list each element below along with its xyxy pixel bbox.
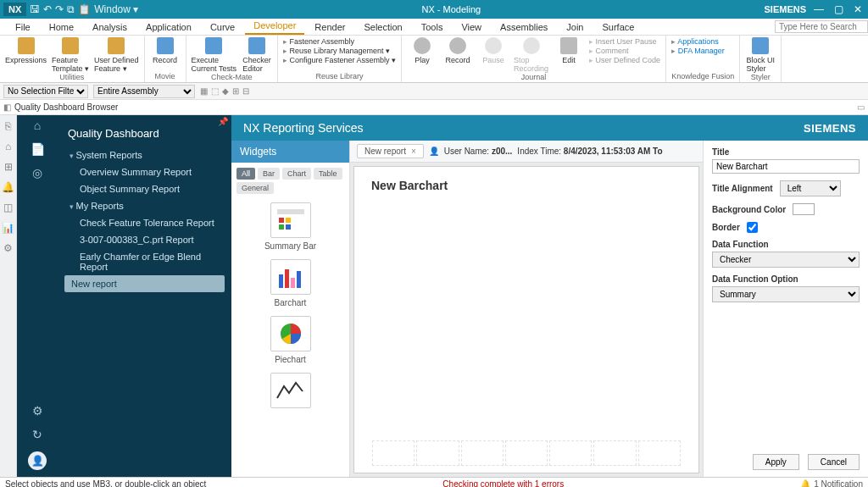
record-button[interactable]: Record <box>150 37 181 64</box>
title-align-select[interactable]: Left <box>780 180 841 196</box>
dock-icon[interactable]: ◧ <box>3 102 11 112</box>
pin-icon[interactable]: 📌 <box>218 117 228 126</box>
home-icon[interactable]: ⌂ <box>34 119 41 132</box>
copy-icon[interactable]: ⧉ <box>67 3 75 15</box>
nav-icon[interactable]: ⌂ <box>5 141 11 152</box>
filter-tool-icon[interactable]: ◆ <box>222 86 229 96</box>
block-ui-styler-button[interactable]: Block UI Styler <box>745 37 776 73</box>
tag-chart[interactable]: Chart <box>282 168 311 180</box>
window-menu[interactable]: Window ▾ <box>94 3 138 15</box>
tab-developer[interactable]: Developer <box>245 18 304 35</box>
tab-selection[interactable]: Selection <box>355 19 410 35</box>
nav-icon[interactable]: ⎘ <box>5 120 11 132</box>
widget-summary-bar[interactable]: Summary Bar <box>240 202 341 251</box>
tag-table[interactable]: Table <box>314 168 342 180</box>
nav-icon[interactable]: 🔔 <box>2 181 14 193</box>
cancel-button[interactable]: Cancel <box>808 454 860 470</box>
fastener-assembly-button[interactable]: Fastener Assembly <box>283 37 396 46</box>
user-defined-feature-button[interactable]: User Defined Feature ▾ <box>94 37 139 73</box>
paste-icon[interactable]: 📋 <box>78 3 91 15</box>
close-tab-icon[interactable]: × <box>411 147 416 156</box>
dfa-manager-button[interactable]: DFA Manager <box>671 47 734 55</box>
avatar[interactable]: 👤 <box>28 451 47 470</box>
selection-filter-select[interactable]: No Selection Filter <box>3 85 88 98</box>
border-checkbox[interactable] <box>747 222 758 233</box>
index-value: 8/4/2023, 11:53:03 AM To <box>564 147 663 156</box>
applications-button[interactable]: Applications <box>671 37 734 46</box>
tab-analysis[interactable]: Analysis <box>84 19 136 35</box>
widget-piechart[interactable]: Piechart <box>240 316 341 364</box>
title-input[interactable] <box>712 159 860 174</box>
widget-barchart[interactable]: Barchart <box>240 259 341 307</box>
close-icon[interactable]: ✕ <box>851 3 865 15</box>
refresh-icon[interactable]: ↻ <box>32 428 42 441</box>
filter-tool-icon[interactable]: ⊞ <box>232 86 239 96</box>
tag-bar[interactable]: Bar <box>258 168 280 180</box>
filter-tool-icon[interactable]: ⊟ <box>242 86 249 96</box>
report-tab[interactable]: New report × <box>357 144 424 158</box>
titlebar: NX 🖫 ↶ ↷ ⧉ 📋 Window ▾ NX - Modeling SIEM… <box>0 0 868 19</box>
search-input[interactable] <box>775 20 868 33</box>
edit-button[interactable]: Edit <box>554 37 584 64</box>
bg-color-label: Background Color <box>712 205 786 214</box>
checker-editor-button[interactable]: Checker Editor <box>242 37 272 73</box>
tab-surface[interactable]: Surface <box>593 19 643 35</box>
tab-application[interactable]: Application <box>137 19 200 35</box>
nav-early-chamfer-report[interactable]: Early Chamfer or Edge Blend Report <box>58 248 231 275</box>
widget-linechart[interactable] <box>240 373 341 408</box>
record-journal-button[interactable]: Record <box>442 37 473 64</box>
config-fastener-button[interactable]: Configure Fastener Assembly ▾ <box>283 56 396 64</box>
tab-home[interactable]: Home <box>41 19 82 35</box>
redo-icon[interactable]: ↷ <box>55 3 64 15</box>
nav-object-summary-report[interactable]: Object Summary Report <box>58 180 231 197</box>
apply-button[interactable]: Apply <box>753 454 799 470</box>
nav-icon[interactable]: ◫ <box>3 202 13 213</box>
nav-check-feature-report[interactable]: Check Feature Tolerance Report <box>58 214 231 231</box>
nav-part-report[interactable]: 3-007-000383_C.prt Report <box>58 231 231 248</box>
nav-icon[interactable]: 📊 <box>2 222 14 234</box>
tab-file[interactable]: File <box>7 19 39 35</box>
tab-render[interactable]: Render <box>306 19 353 35</box>
data-fn-select[interactable]: Checker <box>712 252 860 268</box>
tab-view[interactable]: View <box>453 19 490 35</box>
tag-general[interactable]: General <box>236 182 274 194</box>
undo-icon[interactable]: ↶ <box>43 3 52 15</box>
minimize-icon[interactable]: — <box>811 3 826 15</box>
play-button[interactable]: Play <box>407 37 437 64</box>
tab-tools[interactable]: Tools <box>413 19 452 35</box>
status-notification[interactable]: 1 Notification <box>814 479 863 487</box>
widget-tags: All Bar Chart Table General <box>231 163 349 199</box>
maximize-icon[interactable]: ▢ <box>832 3 846 15</box>
tab-join[interactable]: Join <box>558 19 592 35</box>
tab-assemblies[interactable]: Assemblies <box>492 19 556 35</box>
status-left: Select objects and use MB3, or double-cl… <box>5 479 206 487</box>
nav-icon[interactable]: ⊞ <box>4 161 13 173</box>
execute-tests-button[interactable]: Execute Current Tests <box>192 37 236 73</box>
tag-all[interactable]: All <box>236 168 255 180</box>
assembly-filter-select[interactable]: Entire Assembly <box>93 85 195 98</box>
report-page[interactable]: New Barchart <box>353 166 699 473</box>
data-fn-opt-select[interactable]: Summary <box>712 286 860 302</box>
nav-system-reports[interactable]: System Reports <box>58 147 231 163</box>
doc-icon[interactable]: 📄 <box>31 142 45 156</box>
nav-my-reports[interactable]: My Reports <box>58 197 231 214</box>
nav-icon[interactable]: ⚙ <box>3 242 13 254</box>
filter-tool-icon[interactable]: ▦ <box>200 86 208 96</box>
bg-color-swatch[interactable] <box>793 203 815 215</box>
reuse-library-mgmt-button[interactable]: Reuse Library Management ▾ <box>283 47 396 55</box>
status-center: Checking complete with 1 errors <box>206 479 800 487</box>
feature-template-button[interactable]: Feature Template ▾ <box>52 37 89 73</box>
gear-icon[interactable]: ⚙ <box>32 404 43 418</box>
reporting-brand: SIEMENS <box>804 122 856 135</box>
filter-tool-icon[interactable]: ⬚ <box>211 86 219 96</box>
bell-icon[interactable]: 🔔 <box>800 479 810 487</box>
nav-new-report[interactable]: New report <box>64 275 225 292</box>
tab-curve[interactable]: Curve <box>202 19 243 35</box>
expressions-button[interactable]: Expressions <box>5 37 47 64</box>
reuse-library-group-label: Reuse Library <box>283 72 396 80</box>
side-column: ⌂ 📄 ◎ ⚙ ↻ 👤 <box>17 115 58 477</box>
target-icon[interactable]: ◎ <box>32 166 42 180</box>
close-panel-icon[interactable]: ▭ <box>857 102 865 112</box>
save-icon[interactable]: 🖫 <box>30 3 40 15</box>
nav-overview-report[interactable]: Overview Summary Report <box>58 163 231 180</box>
